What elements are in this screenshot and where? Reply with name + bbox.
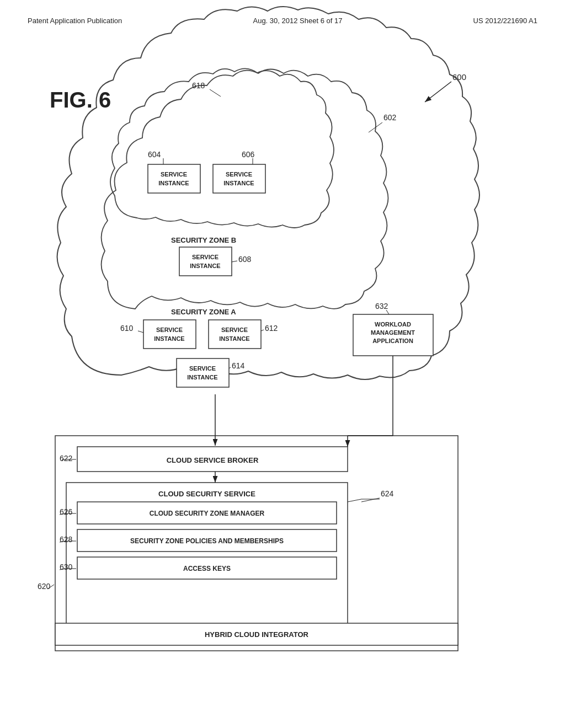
si-label-610-2: INSTANCE xyxy=(154,335,184,342)
workload-label-2: MANAGEMENT xyxy=(371,329,415,336)
si-label-606-2: INSTANCE xyxy=(223,180,254,186)
cloud-security-zone-manager-label: CLOUD SECURITY ZONE MANAGER xyxy=(150,510,265,517)
si-label-610-1: SERVICE xyxy=(156,326,183,333)
workload-label-1: WORKLOAD xyxy=(375,321,411,328)
si-box-606 xyxy=(213,164,265,193)
ref-614: 614 xyxy=(232,361,245,370)
ref-612: 612 xyxy=(265,324,278,333)
si-label-604-1: SERVICE xyxy=(161,171,187,178)
si-box-604 xyxy=(148,164,200,193)
security-zone-policies-label: SECURITY ZONE POLICIES AND MEMBERSHIPS xyxy=(130,537,284,545)
ref-620: 620 xyxy=(38,582,51,591)
si-label-612-1: SERVICE xyxy=(221,326,248,333)
si-label-608-1: SERVICE xyxy=(192,254,218,260)
si-label-614-2: INSTANCE xyxy=(187,374,217,381)
cloud-service-broker-label: CLOUD SERVICE BROKER xyxy=(167,456,259,464)
ref-610: 610 xyxy=(120,324,134,333)
access-keys-label: ACCESS KEYS xyxy=(183,565,231,572)
arrow-618 xyxy=(210,89,221,97)
ref-608: 608 xyxy=(238,255,252,264)
si-label-606-1: SERVICE xyxy=(226,171,252,178)
diagram-svg: FIG. 6 600 602 618 SECURITY ZONE B xyxy=(0,0,565,695)
si-box-614 xyxy=(177,358,229,387)
arrow-600 xyxy=(425,82,451,102)
si-box-610 xyxy=(143,320,196,349)
ref-632: 632 xyxy=(375,302,388,311)
si-label-614-1: SERVICE xyxy=(189,365,216,372)
workload-label-3: APPLICATION xyxy=(372,338,413,344)
si-box-608 xyxy=(179,247,232,276)
ref-606: 606 xyxy=(242,150,255,159)
ref-604: 604 xyxy=(148,150,161,159)
fig-label: FIG. 6 xyxy=(50,88,111,112)
cloud-618 xyxy=(110,68,334,228)
arrow-610 xyxy=(138,331,143,333)
si-label-608-2: INSTANCE xyxy=(190,263,220,269)
arrow-608 xyxy=(232,261,237,262)
si-label-604-2: INSTANCE xyxy=(158,180,189,186)
ref-628: 628 xyxy=(60,535,73,544)
si-label-612-2: INSTANCE xyxy=(219,335,249,342)
ref-630: 630 xyxy=(60,563,73,571)
hybrid-cloud-integrator-label: HYBRID CLOUD INTEGRATOR xyxy=(205,630,309,639)
ref-626: 626 xyxy=(60,507,73,516)
ref-618: 618 xyxy=(192,81,205,90)
security-zone-a-label: SECURITY ZONE A xyxy=(171,308,236,316)
security-zone-b-label: SECURITY ZONE B xyxy=(171,236,236,244)
ref-622: 622 xyxy=(60,454,73,463)
cloud-security-service-label: CLOUD SECURITY SERVICE xyxy=(158,490,255,498)
page: Patent Application Publication Aug. 30, … xyxy=(0,0,565,728)
arrow-632 xyxy=(386,310,389,314)
ref-624: 624 xyxy=(381,489,394,498)
ref-602: 602 xyxy=(383,113,397,122)
si-box-612 xyxy=(209,320,261,349)
